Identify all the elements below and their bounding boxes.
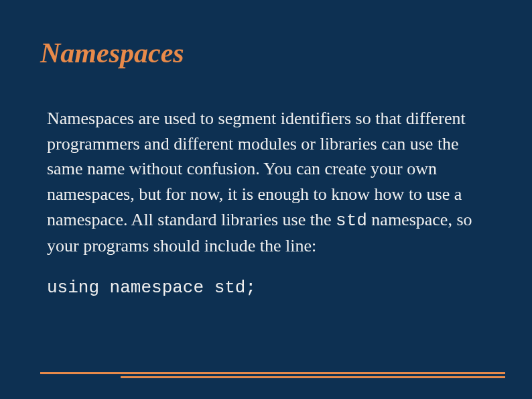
slide-body-code-inline: std (336, 211, 367, 231)
footer-rule-top (40, 372, 505, 374)
slide-title: Namespaces (40, 37, 492, 69)
slide: Namespaces Namespaces are used to segmen… (0, 0, 532, 399)
footer-rule-bottom (121, 376, 505, 378)
slide-body: Namespaces are used to segment identifie… (47, 106, 492, 259)
footer-rule (40, 372, 505, 379)
slide-code-line: using namespace std; (47, 278, 492, 298)
